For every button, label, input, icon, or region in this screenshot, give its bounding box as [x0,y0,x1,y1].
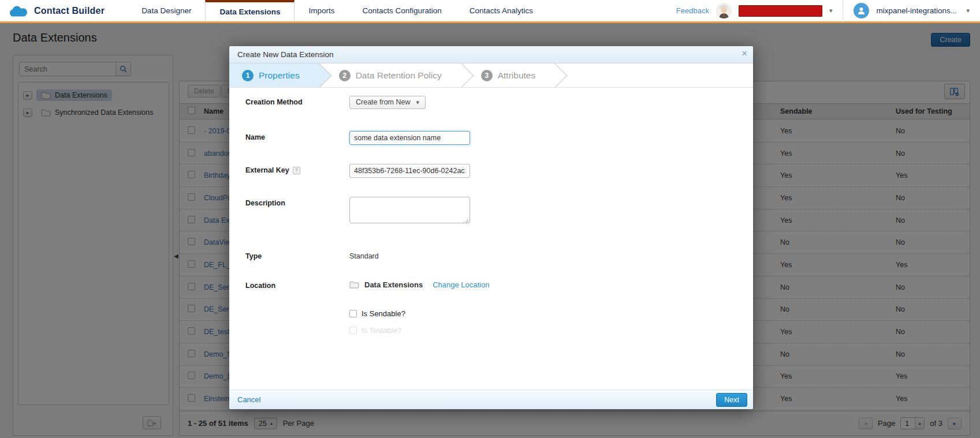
app-brand: Contact Builder [0,0,128,21]
type-label: Type [245,250,349,260]
modal-title: Create New Data Extension [237,50,334,59]
external-key-label-text: External Key [245,166,289,174]
is-testable-checkbox [349,327,357,334]
einstein-mascot-icon [716,3,732,18]
tab-data-designer[interactable]: Data Designer [128,0,205,21]
step-data-retention-policy[interactable]: 2 Data Retention Policy [319,63,461,88]
tab-data-extensions[interactable]: Data Extensions [205,0,295,21]
location-label: Location [245,279,349,290]
close-icon[interactable]: × [741,48,747,58]
spacer-label [245,309,349,312]
external-key-input[interactable] [349,164,470,178]
description-textarea[interactable] [349,197,470,223]
chevron-down-icon: ▾ [416,99,419,106]
type-value: Standard [349,250,379,260]
app-window: Contact Builder Data Designer Data Exten… [0,0,980,438]
feedback-link[interactable]: Feedback [676,6,709,15]
top-nav: Contact Builder Data Designer Data Exten… [0,0,980,23]
redacted-account-badge[interactable] [739,5,822,17]
tab-contacts-configuration[interactable]: Contacts Configuration [348,0,455,21]
cancel-button[interactable]: Cancel [229,395,260,404]
account-caret-down-icon[interactable]: ▾ [829,8,833,14]
person-icon [856,6,866,16]
nav-divider [843,0,843,23]
help-icon[interactable]: ? [293,167,300,174]
step-attributes[interactable]: 3 Attributes [461,63,555,88]
wizard-steps: 1 Properties 2 Data Retention Policy 3 A… [229,63,753,88]
modal-footer: Cancel Next [229,390,753,409]
step-properties[interactable]: 1 Properties [229,63,319,88]
creation-method-label: Creation Method [245,96,349,106]
modal-header: Create New Data Extension × [229,46,753,63]
external-key-label: External Key ? [245,164,349,174]
step-label: Properties [259,70,300,81]
user-avatar[interactable] [854,3,869,18]
creation-method-value: Create from New [356,98,410,106]
tab-contacts-analytics[interactable]: Contacts Analytics [456,0,547,21]
is-sendable-checkbox[interactable] [349,310,357,317]
tab-imports[interactable]: Imports [295,0,348,21]
step-label: Attributes [498,70,535,81]
salesforce-cloud-icon [9,4,28,18]
modal-body: Creation Method Create from New ▾ Name E… [229,88,753,390]
next-button[interactable]: Next [716,393,747,407]
nav-right: Feedback ▾ mixpanel-integrations. [676,0,980,21]
description-label: Description [245,197,349,207]
step-number-badge: 3 [481,70,493,81]
folder-icon [349,281,359,289]
user-name[interactable]: mixpanel-integrations... [876,6,951,15]
name-label: Name [245,131,349,141]
name-input[interactable] [349,131,470,145]
create-data-extension-modal: Create New Data Extension × 1 Properties… [229,46,753,409]
app-title: Contact Builder [34,6,105,16]
user-menu-caret-down-icon[interactable]: ▾ [966,8,970,14]
step-number-badge: 2 [339,70,351,81]
is-testable-label: Is Testable? [362,326,401,335]
is-sendable-label: Is Sendable? [362,309,405,318]
einstein-avatar[interactable] [716,3,732,18]
nav-tabs: Data Designer Data Extensions Imports Co… [128,0,547,21]
step-label: Data Retention Policy [356,70,442,81]
step-number-badge: 1 [242,70,254,81]
spacer-label [245,326,349,328]
location-value: Data Extensions [364,280,423,289]
creation-method-dropdown[interactable]: Create from New ▾ [349,96,426,109]
change-location-link[interactable]: Change Location [433,280,489,289]
